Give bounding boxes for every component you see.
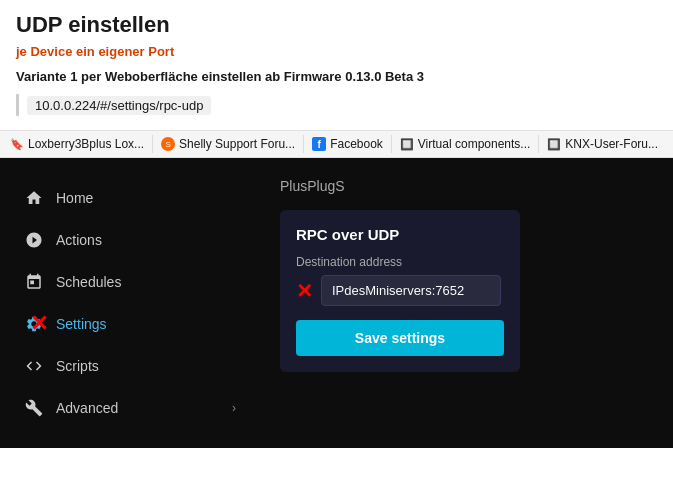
bookmark-knx-label: KNX-User-Foru... bbox=[565, 137, 658, 151]
rpc-title: RPC over UDP bbox=[296, 226, 504, 243]
nav-label-settings: Settings bbox=[56, 316, 107, 332]
rpc-card: RPC over UDP Destination address ✕ Save … bbox=[280, 210, 520, 372]
virtual-icon: 🔲 bbox=[400, 137, 414, 151]
bookmark-loxberry-label: Loxberry3Bplus Lox... bbox=[28, 137, 144, 151]
bookmark-knx[interactable]: 🔲 KNX-User-Foru... bbox=[539, 135, 666, 153]
bookmark-virtual-label: Virtual components... bbox=[418, 137, 531, 151]
scripts-icon bbox=[24, 356, 44, 376]
url-bar-border bbox=[16, 94, 19, 116]
destination-label: Destination address bbox=[296, 255, 504, 269]
lox-icon: 🔖 bbox=[10, 137, 24, 151]
bookmark-facebook-label: Facebook bbox=[330, 137, 383, 151]
url-bar-container: 10.0.0.224/#/settings/rpc-udp bbox=[16, 94, 657, 116]
advanced-arrow-icon: › bbox=[232, 401, 236, 415]
nav-item-home[interactable]: Home bbox=[0, 178, 260, 218]
knx-icon: 🔲 bbox=[547, 137, 561, 151]
nav-item-schedules[interactable]: Schedules bbox=[0, 262, 260, 302]
destination-input[interactable] bbox=[321, 275, 501, 306]
nav-item-scripts[interactable]: Scripts bbox=[0, 346, 260, 386]
page-title: UDP einstellen bbox=[16, 12, 657, 38]
nav-item-advanced[interactable]: Advanced › bbox=[0, 388, 260, 428]
bookmark-facebook[interactable]: f Facebook bbox=[304, 135, 392, 153]
shelly-icon: S bbox=[161, 137, 175, 151]
top-section: UDP einstellen je Device ein eigener Por… bbox=[0, 0, 673, 130]
nav-label-actions: Actions bbox=[56, 232, 102, 248]
nav-label-schedules: Schedules bbox=[56, 274, 121, 290]
nav-label-scripts: Scripts bbox=[56, 358, 99, 374]
home-icon bbox=[24, 188, 44, 208]
nav-item-actions[interactable]: Actions bbox=[0, 220, 260, 260]
nav-label-home: Home bbox=[56, 190, 93, 206]
url-bar[interactable]: 10.0.0.224/#/settings/rpc-udp bbox=[27, 96, 211, 115]
bookmark-shelly-label: Shelly Support Foru... bbox=[179, 137, 295, 151]
facebook-icon: f bbox=[312, 137, 326, 151]
nav-label-advanced: Advanced bbox=[56, 400, 118, 416]
bookmark-loxberry[interactable]: 🔖 Loxberry3Bplus Lox... bbox=[2, 135, 153, 153]
bookmark-shelly[interactable]: S Shelly Support Foru... bbox=[153, 135, 304, 153]
bookmarks-bar: 🔖 Loxberry3Bplus Lox... S Shelly Support… bbox=[0, 130, 673, 158]
subtitle-red: je Device ein eigener Port bbox=[16, 44, 657, 59]
left-nav: Home Actions Schedules ✕ bbox=[0, 158, 260, 448]
device-name: PlusPlugS bbox=[280, 178, 653, 194]
schedules-icon bbox=[24, 272, 44, 292]
actions-icon bbox=[24, 230, 44, 250]
save-settings-button[interactable]: Save settings bbox=[296, 320, 504, 356]
nav-item-settings[interactable]: ✕ Settings bbox=[0, 304, 260, 344]
variant-text: Variante 1 per Weboberfläche einstellen … bbox=[16, 69, 657, 84]
advanced-icon bbox=[24, 398, 44, 418]
device-ui: Home Actions Schedules ✕ bbox=[0, 158, 673, 448]
settings-icon bbox=[24, 314, 44, 334]
right-panel: PlusPlugS RPC over UDP Destination addre… bbox=[260, 158, 673, 448]
bookmark-virtual[interactable]: 🔲 Virtual components... bbox=[392, 135, 540, 153]
red-x-input-icon: ✕ bbox=[296, 281, 313, 301]
input-row: ✕ bbox=[296, 275, 504, 306]
